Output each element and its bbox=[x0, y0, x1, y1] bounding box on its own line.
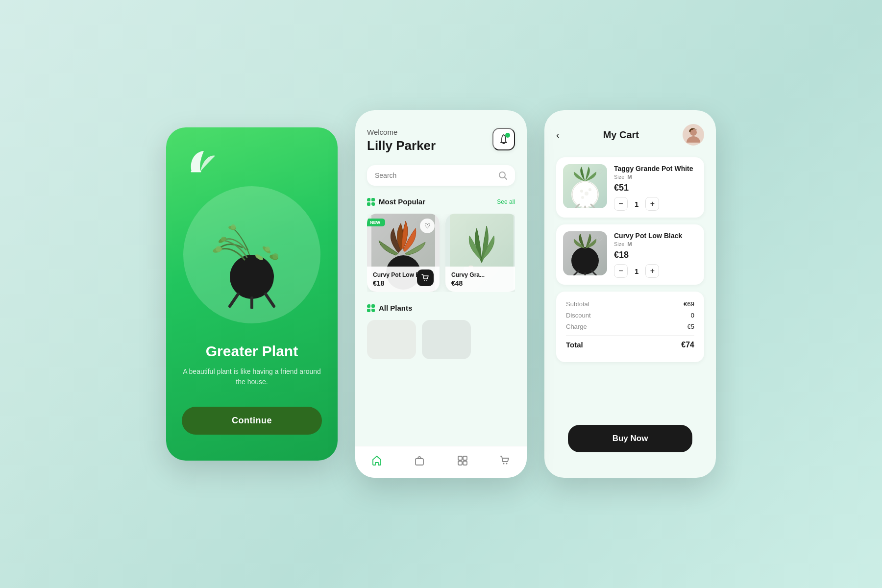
charge-row: Charge €5 bbox=[566, 323, 694, 330]
cart-header: ‹ My Cart bbox=[556, 124, 704, 146]
svg-point-13 bbox=[272, 253, 278, 259]
cart-item-img-2: ♡ bbox=[563, 231, 607, 275]
splash-title: Greater Plant bbox=[206, 343, 298, 360]
search-icon bbox=[498, 171, 507, 180]
all-plant-thumb-1[interactable] bbox=[367, 320, 416, 359]
product-card-1[interactable]: NEW ♡ bbox=[367, 214, 440, 292]
all-plants-row bbox=[367, 320, 515, 359]
continue-button[interactable]: Continue bbox=[182, 407, 322, 435]
product-card-2[interactable]: Curvy Gra... €48 bbox=[445, 214, 515, 292]
all-plants-title-group: All Plants bbox=[367, 304, 412, 312]
cart-nav-icon bbox=[500, 455, 511, 466]
svg-point-18 bbox=[426, 280, 427, 281]
nav-explore[interactable] bbox=[451, 453, 474, 468]
most-popular-section-header: Most Popular See all bbox=[367, 197, 515, 206]
qty-minus-1[interactable]: − bbox=[614, 197, 628, 211]
total-row: Total €74 bbox=[566, 341, 694, 349]
discount-label: Discount bbox=[566, 312, 591, 319]
home-content: Welcome Lilly Parker bbox=[355, 110, 527, 446]
svg-line-3 bbox=[266, 294, 274, 306]
nav-bag[interactable] bbox=[408, 453, 431, 468]
screen-splash: Greater Plant A beautiful plant is like … bbox=[166, 127, 338, 461]
product-card-overlay-1: Curvy Pot Low Black €18 bbox=[367, 267, 440, 292]
qty-value-2: 1 bbox=[635, 267, 638, 275]
add-to-cart-btn-1[interactable] bbox=[417, 270, 434, 286]
svg-point-28 bbox=[506, 463, 508, 465]
cart-heart-2[interactable]: ♡ bbox=[597, 235, 603, 243]
notification-dot bbox=[505, 133, 510, 138]
charge-label: Charge bbox=[566, 323, 587, 330]
buy-btn-wrap: Buy Now bbox=[544, 425, 716, 478]
buy-now-button[interactable]: Buy Now bbox=[568, 425, 692, 452]
new-badge: NEW bbox=[367, 219, 385, 226]
all-plant-thumb-2[interactable] bbox=[422, 320, 471, 359]
section-title-group: Most Popular bbox=[367, 197, 425, 206]
product-price-2: €48 bbox=[451, 279, 485, 287]
svg-point-38 bbox=[581, 196, 584, 199]
all-plants-grid-icon bbox=[367, 304, 375, 312]
svg-point-42 bbox=[571, 247, 599, 274]
svg-rect-23 bbox=[458, 456, 462, 460]
search-input[interactable] bbox=[375, 172, 493, 179]
svg-point-11 bbox=[221, 237, 226, 242]
product-card-overlay-2: Curvy Gra... €48 bbox=[445, 267, 515, 292]
total-value: €74 bbox=[681, 341, 694, 349]
subtotal-label: Subtotal bbox=[566, 300, 589, 308]
svg-point-10 bbox=[216, 246, 221, 252]
svg-rect-22 bbox=[416, 459, 423, 465]
nav-cart[interactable] bbox=[494, 453, 516, 468]
greeting-text: Welcome bbox=[367, 128, 436, 136]
section-grid-icon bbox=[367, 198, 375, 206]
svg-point-17 bbox=[424, 280, 425, 281]
cart-item-details-2: Curvy Pot Low Black Size M €18 − 1 + bbox=[614, 231, 697, 278]
nav-home[interactable] bbox=[366, 453, 388, 468]
screens-container: Greater Plant A beautiful plant is like … bbox=[166, 110, 716, 478]
search-bar[interactable] bbox=[367, 165, 515, 186]
qty-control-2: − 1 + bbox=[614, 264, 697, 278]
qty-plus-2[interactable]: + bbox=[645, 264, 659, 278]
notification-button[interactable] bbox=[492, 128, 515, 150]
screen-cart: ‹ My Cart ♡ bbox=[544, 110, 716, 478]
cart-item-price-2: €18 bbox=[614, 250, 697, 260]
user-avatar bbox=[683, 124, 704, 146]
avatar-svg bbox=[684, 125, 703, 145]
svg-point-27 bbox=[503, 463, 505, 465]
back-button[interactable]: ‹ bbox=[556, 129, 560, 141]
bag-icon bbox=[414, 455, 425, 466]
splash-plant-circle bbox=[183, 186, 320, 323]
charge-value: €5 bbox=[687, 323, 694, 330]
cart-item-price-1: €51 bbox=[614, 183, 697, 193]
wishlist-btn-1[interactable]: ♡ bbox=[420, 219, 435, 233]
svg-point-36 bbox=[585, 192, 588, 196]
discount-value: 0 bbox=[691, 312, 694, 319]
svg-rect-25 bbox=[458, 461, 462, 465]
svg-point-15 bbox=[499, 172, 505, 178]
all-plants-title: All Plants bbox=[379, 304, 412, 312]
cart-title: My Cart bbox=[603, 129, 639, 141]
subtotal-value: €69 bbox=[684, 300, 694, 308]
user-name: Lilly Parker bbox=[367, 138, 436, 153]
svg-line-1 bbox=[230, 294, 238, 306]
total-label: Total bbox=[566, 341, 583, 349]
product-name-2: Curvy Gra... bbox=[451, 271, 485, 278]
svg-line-43 bbox=[574, 270, 579, 275]
all-plants-section-header: All Plants bbox=[367, 304, 515, 312]
cart-heart-1[interactable]: ♡ bbox=[597, 168, 603, 176]
discount-row: Discount 0 bbox=[566, 312, 694, 319]
greeting-block: Welcome Lilly Parker bbox=[367, 128, 436, 153]
svg-rect-24 bbox=[463, 456, 467, 460]
cart-item-img-1: ♡ bbox=[563, 164, 607, 208]
see-all-link[interactable]: See all bbox=[497, 198, 515, 205]
home-icon bbox=[371, 455, 382, 466]
cart-item-size-2: Size M bbox=[614, 241, 697, 247]
cart-item-details-1: Taggy Grande Pot White Size M €51 − 1 + bbox=[614, 164, 697, 211]
svg-point-35 bbox=[580, 190, 583, 193]
explore-icon bbox=[457, 455, 468, 466]
bottom-nav bbox=[355, 446, 527, 478]
qty-plus-1[interactable]: + bbox=[645, 197, 659, 211]
qty-minus-2[interactable]: − bbox=[614, 264, 628, 278]
cart-item-name-2: Curvy Pot Low Black bbox=[614, 231, 697, 240]
screen-home: Welcome Lilly Parker bbox=[355, 110, 527, 478]
svg-line-45 bbox=[591, 270, 596, 275]
summary-divider bbox=[566, 335, 694, 336]
